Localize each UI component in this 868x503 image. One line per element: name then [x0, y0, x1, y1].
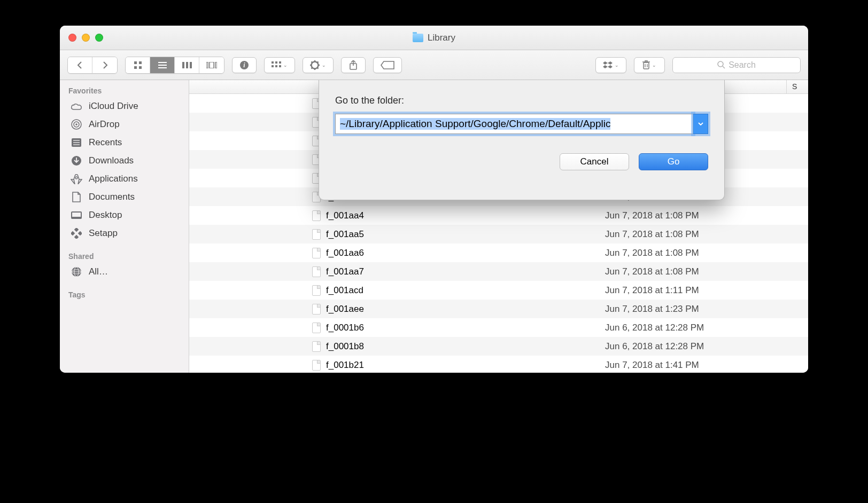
svg-rect-12 — [215, 62, 217, 68]
traffic-lights — [68, 34, 103, 42]
window-title: Library — [413, 33, 455, 43]
file-name: f_001acd — [326, 285, 363, 296]
file-icon — [312, 248, 321, 258]
view-buttons — [125, 57, 224, 74]
table-row[interactable]: f_0001b8Jun 6, 2018 at 12:28 PM — [189, 337, 808, 356]
path-history-button[interactable] — [693, 114, 708, 134]
sidebar-item-recents[interactable]: Recents — [60, 133, 189, 152]
file-icon — [312, 341, 321, 352]
file-date: Jun 7, 2018 at 1:08 PM — [605, 266, 787, 277]
file-date: Jun 7, 2018 at 1:23 PM — [605, 304, 787, 315]
folder-path-input[interactable] — [335, 114, 693, 134]
svg-line-26 — [312, 61, 313, 62]
svg-rect-15 — [272, 61, 274, 64]
sidebar-item-documents[interactable]: Documents — [60, 188, 189, 206]
sidebar: Favorites iCloud Drive AirDrop Recents D… — [60, 80, 189, 373]
table-row[interactable]: f_001acdJun 7, 2018 at 1:11 PM — [189, 281, 808, 300]
table-row[interactable]: f_001aa7Jun 7, 2018 at 1:08 PM — [189, 262, 808, 281]
sidebar-item-downloads[interactable]: Downloads — [60, 152, 189, 170]
fullscreen-button[interactable] — [95, 34, 103, 42]
go-to-folder-sheet: Go to the folder: Cancel Go — [319, 80, 725, 200]
sidebar-item-applications[interactable]: Applications — [60, 170, 189, 188]
svg-rect-50 — [74, 228, 79, 232]
search-placeholder: Search — [728, 60, 756, 70]
file-name: f_0001b6 — [326, 323, 364, 333]
list-view-button[interactable] — [150, 57, 175, 73]
table-row[interactable]: f_001aeeJun 7, 2018 at 1:23 PM — [189, 300, 808, 318]
sidebar-item-label: Applications — [89, 174, 138, 184]
folder-icon — [413, 34, 423, 42]
downloads-icon — [71, 155, 82, 167]
sidebar-item-label: Setapp — [89, 228, 118, 239]
search-icon — [717, 61, 725, 69]
svg-rect-20 — [279, 65, 281, 67]
column-header-size[interactable]: S — [787, 80, 808, 93]
sidebar-item-airdrop[interactable]: AirDrop — [60, 115, 189, 133]
arrange-button[interactable]: ⌄ — [264, 57, 295, 73]
sidebar-item-setapp[interactable]: Setapp — [60, 224, 189, 242]
table-row[interactable]: f_001aa6Jun 7, 2018 at 1:08 PM — [189, 243, 808, 262]
file-date: Jun 7, 2018 at 1:41 PM — [605, 360, 787, 371]
file-icon — [312, 266, 321, 277]
close-button[interactable] — [68, 34, 76, 42]
table-row[interactable]: f_001b21Jun 7, 2018 at 1:41 PM — [189, 356, 808, 373]
dropbox-button[interactable]: ⌄ — [595, 57, 626, 73]
svg-point-47 — [75, 177, 78, 179]
search-field[interactable]: Search — [672, 57, 801, 73]
column-view-button[interactable] — [175, 57, 199, 73]
back-button[interactable] — [68, 57, 92, 73]
forward-button[interactable] — [92, 57, 117, 73]
action-button[interactable]: ⌄ — [303, 57, 334, 73]
share-button[interactable] — [341, 57, 366, 73]
svg-rect-32 — [644, 62, 649, 69]
svg-rect-0 — [134, 61, 137, 64]
svg-line-27 — [317, 67, 319, 68]
gallery-view-button[interactable] — [199, 57, 224, 73]
svg-rect-10 — [206, 62, 208, 68]
sidebar-item-label: Downloads — [89, 155, 134, 166]
info-button[interactable]: i — [232, 57, 257, 73]
svg-rect-4 — [158, 62, 167, 63]
svg-rect-8 — [186, 62, 188, 68]
file-name: f_001aee — [326, 304, 364, 315]
sidebar-item-label: AirDrop — [89, 119, 120, 130]
sidebar-item-label: Recents — [89, 137, 122, 148]
sidebar-section-shared: Shared — [60, 249, 189, 263]
icon-view-button[interactable] — [126, 57, 150, 73]
svg-rect-5 — [158, 65, 167, 66]
network-icon — [71, 266, 82, 278]
svg-rect-51 — [71, 231, 75, 235]
sidebar-item-icloud-drive[interactable]: iCloud Drive — [60, 97, 189, 115]
file-icon — [312, 304, 321, 315]
table-row[interactable]: f_001aa4Jun 7, 2018 at 1:08 PM — [189, 206, 808, 225]
svg-line-38 — [723, 66, 725, 68]
file-list: ified ⌃ S 8 at 9:12 AM8 at 9:12 AM8 at 1… — [189, 80, 808, 373]
documents-icon — [71, 191, 82, 203]
cancel-button[interactable]: Cancel — [560, 153, 629, 170]
svg-line-28 — [312, 67, 313, 68]
sheet-label: Go to the folder: — [335, 95, 708, 106]
sidebar-item-all-network[interactable]: All… — [60, 263, 189, 281]
airdrop-icon — [71, 119, 82, 130]
file-name: f_001aa6 — [326, 248, 364, 258]
file-name: f_001aa7 — [326, 266, 364, 277]
trash-button[interactable]: ⌄ — [634, 57, 665, 73]
applications-icon — [71, 173, 82, 185]
titlebar: Library — [60, 26, 808, 50]
go-button[interactable]: Go — [639, 153, 708, 170]
svg-rect-9 — [190, 62, 192, 68]
table-row[interactable]: f_001aa5Jun 7, 2018 at 1:08 PM — [189, 225, 808, 243]
file-name: f_001aa5 — [326, 229, 364, 240]
file-name: f_001b21 — [326, 360, 364, 371]
minimize-button[interactable] — [82, 34, 90, 42]
svg-rect-52 — [78, 231, 82, 235]
cloud-icon — [71, 100, 82, 112]
svg-rect-2 — [134, 66, 137, 69]
file-icon — [312, 323, 321, 333]
sidebar-item-desktop[interactable]: Desktop — [60, 206, 189, 224]
table-row[interactable]: f_0001b6Jun 6, 2018 at 12:28 PM — [189, 318, 808, 337]
tags-button[interactable] — [373, 57, 402, 73]
svg-rect-11 — [210, 62, 214, 68]
sidebar-item-label: Desktop — [89, 210, 122, 221]
svg-rect-1 — [139, 61, 142, 64]
